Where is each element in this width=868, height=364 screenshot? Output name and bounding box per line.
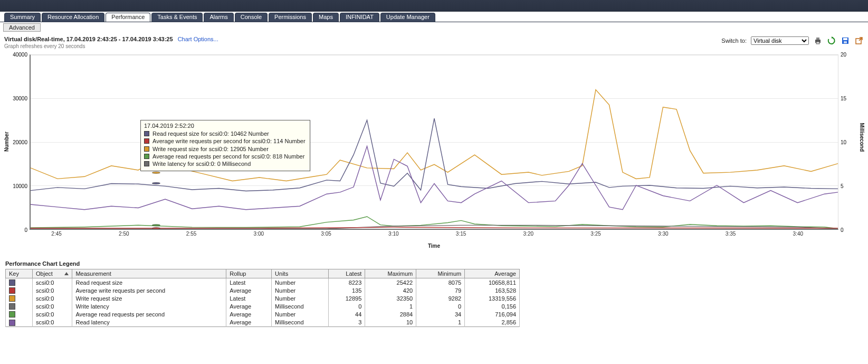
axis-tick: 30000 (5, 96, 27, 101)
axis-tick: 40000 (5, 52, 27, 58)
tab-performance[interactable]: Performance (106, 13, 150, 22)
legend-header[interactable]: Key (6, 269, 33, 278)
color-chip (144, 138, 149, 144)
svg-rect-5 (844, 41, 847, 43)
chart-tooltip: 17.04.2019 2:52:20 Read request size for… (140, 120, 310, 171)
sub-toolbar: Advanced (0, 22, 868, 33)
axis-tick: 3:25 (590, 231, 600, 237)
save-icon[interactable] (841, 36, 850, 45)
tooltip-row: Write latency for scsi0:0: 0 Millisecond (144, 160, 306, 167)
tab-alarms[interactable]: Alarms (204, 13, 233, 22)
series-line (31, 227, 838, 228)
axis-tick: 2:45 (51, 231, 61, 237)
tooltip-text: Write request size for scsi0:0: 12905 Nu… (152, 145, 269, 153)
color-chip (9, 279, 15, 286)
tooltip-text: Average write requests per second for sc… (152, 137, 306, 145)
color-chip (144, 154, 149, 159)
export-icon[interactable] (854, 36, 864, 45)
legend-section: Performance Chart Legend KeyObjectMeasur… (0, 255, 868, 331)
svg-rect-4 (843, 38, 847, 40)
svg-point-9 (152, 225, 160, 226)
svg-point-10 (152, 227, 160, 229)
tab-tasks-events[interactable]: Tasks & Events (151, 13, 203, 22)
svg-point-8 (152, 172, 160, 173)
axis-tick: 5 (841, 183, 844, 189)
axis-tick: 0 (841, 227, 844, 233)
legend-header[interactable]: Latest (328, 269, 365, 278)
color-chip (144, 146, 149, 152)
chart-options-link[interactable]: Chart Options... (178, 36, 218, 42)
legend-row[interactable]: scsi0:0Read latencyAverageMillisecond310… (6, 318, 520, 326)
legend-title: Performance Chart Legend (5, 260, 863, 267)
tooltip-text: Write latency for scsi0:0: 0 Millisecond (152, 160, 251, 167)
axis-tick: 3:35 (726, 231, 736, 237)
axis-tick: 15 (841, 96, 846, 101)
legend-row[interactable]: scsi0:0Write latencyAverageMillisecond01… (6, 302, 520, 310)
tooltip-row: Read request size for scsi0:0: 10462 Num… (144, 130, 306, 137)
tab-maps[interactable]: Maps (313, 13, 339, 22)
print-icon[interactable] (813, 36, 823, 45)
tooltip-row: Write request size for scsi0:0: 12905 Nu… (144, 145, 306, 153)
tab-update-manager[interactable]: Update Manager (380, 13, 435, 22)
legend-row[interactable]: scsi0:0Write request sizeLatestNumber128… (6, 294, 520, 302)
color-chip (9, 311, 15, 318)
color-chip (144, 131, 149, 136)
legend-header[interactable]: Maximum (365, 269, 416, 278)
axis-tick: 10 (841, 139, 846, 145)
tooltip-row: Average read requests per second for scs… (144, 153, 306, 160)
chart-title: Virtual disk/Real-time, 17.04.2019 2:43:… (4, 36, 173, 42)
x-axis-ticks: 2:452:502:553:003:053:103:153:203:253:30… (30, 231, 838, 238)
window-titlebar (0, 0, 868, 12)
svg-point-7 (152, 182, 160, 184)
axis-tick: 3:20 (523, 231, 533, 237)
legend-header[interactable]: Object (33, 269, 72, 278)
tab-permissions[interactable]: Permissions (269, 13, 312, 22)
tooltip-row: Average write requests per second for sc… (144, 137, 306, 145)
tooltip-timestamp: 17.04.2019 2:52:20 (144, 123, 306, 129)
tab-resource-allocation[interactable]: Resource Allocation (42, 13, 104, 22)
color-chip (9, 303, 15, 310)
axis-tick: 3:30 (658, 231, 668, 237)
switch-to-select[interactable]: Virtual disk (751, 36, 809, 45)
legend-row[interactable]: scsi0:0Average write requests per second… (6, 286, 520, 294)
chart-surface: 010000200003000040000 Number 05101520 Mi… (5, 51, 863, 252)
color-chip (9, 287, 15, 294)
chart-area: 010000200003000040000 Number 05101520 Mi… (0, 49, 868, 255)
legend-row[interactable]: scsi0:0Read request sizeLatestNumber8223… (6, 278, 520, 287)
tab-strip: SummaryResource AllocationPerformanceTas… (0, 12, 868, 22)
tooltip-text: Average read requests per second for scs… (152, 153, 304, 160)
tab-summary[interactable]: Summary (4, 13, 41, 22)
tab-console[interactable]: Console (235, 13, 268, 22)
color-chip (9, 320, 15, 326)
refresh-note: Graph refreshes every 20 seconds (4, 43, 721, 49)
color-chip (9, 295, 15, 302)
axis-tick: 3:05 (321, 231, 331, 237)
axis-tick: 2:50 (119, 231, 129, 237)
axis-tick: 3:40 (793, 231, 803, 237)
axis-tick: 10000 (5, 183, 27, 189)
svg-rect-1 (816, 38, 819, 40)
axis-tick: 3:00 (254, 231, 264, 237)
axis-tick: 0 (5, 227, 27, 233)
legend-table: KeyObjectMeasurementRollupUnitsLatestMax… (5, 269, 520, 327)
legend-header[interactable]: Units (272, 269, 329, 278)
tooltip-text: Read request size for scsi0:0: 10462 Num… (152, 130, 269, 137)
axis-tick: 3:15 (456, 231, 466, 237)
switch-to-label: Switch to: (721, 38, 747, 44)
y-axis-left-label: Number (4, 132, 9, 152)
y-axis-right-label: Millisecond (859, 123, 865, 152)
svg-rect-2 (816, 42, 819, 44)
tab-infinidat[interactable]: INFINIDAT (340, 13, 379, 22)
advanced-button[interactable]: Advanced (3, 23, 41, 32)
legend-row[interactable]: scsi0:0Average read requests per secondA… (6, 310, 520, 318)
chart-header: Virtual disk/Real-time, 17.04.2019 2:43:… (0, 33, 868, 49)
axis-tick: 20 (841, 52, 846, 58)
color-chip (144, 161, 149, 166)
legend-header[interactable]: Average (465, 269, 520, 278)
refresh-icon[interactable] (827, 36, 836, 45)
legend-header[interactable]: Rollup (226, 269, 272, 278)
legend-header[interactable]: Measurement (72, 269, 226, 278)
axis-tick: 3:10 (388, 231, 398, 237)
x-axis-label: Time (5, 243, 863, 249)
legend-header[interactable]: Minimum (416, 269, 465, 278)
